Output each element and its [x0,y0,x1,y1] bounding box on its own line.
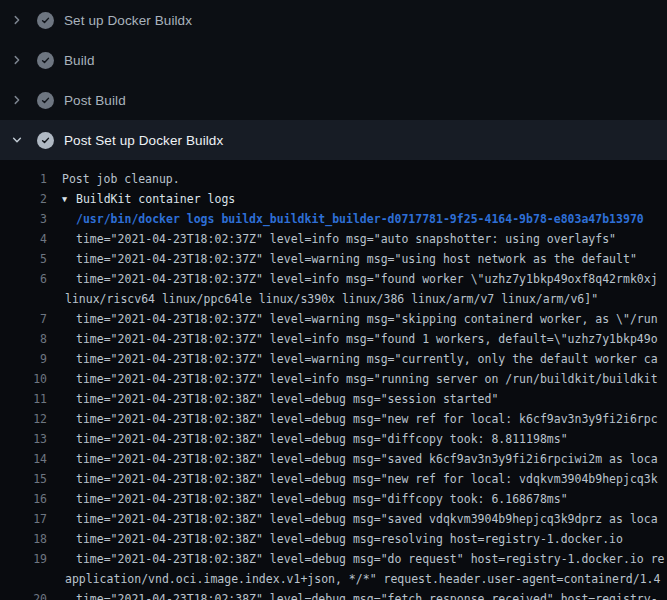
line-number[interactable]: 12 [0,409,47,429]
line-number[interactable]: 13 [0,429,47,449]
chevron-right-icon [11,94,23,106]
log-text: time="2021-04-23T18:02:38Z" level=debug … [47,589,667,600]
section-label: Post Set up Docker Buildx [64,133,223,148]
log-line-16: 16time="2021-04-23T18:02:38Z" level=debu… [0,489,667,509]
log-line-13: 13time="2021-04-23T18:02:38Z" level=debu… [0,429,667,449]
line-number[interactable]: 20 [0,589,47,600]
log-group-toggle[interactable]: ▼BuildKit container logs [47,189,667,209]
log-line-5: 5time="2021-04-23T18:02:37Z" level=warni… [0,249,667,269]
log-text: time="2021-04-23T18:02:38Z" level=debug … [47,549,667,569]
log-section-set-up-docker-buildx[interactable]: Set up Docker Buildx [0,0,667,40]
section-label: Post Build [64,93,126,108]
log-line-7: 7time="2021-04-23T18:02:37Z" level=warni… [0,309,667,329]
log-text: time="2021-04-23T18:02:38Z" level=debug … [47,529,667,549]
log-text: time="2021-04-23T18:02:38Z" level=debug … [47,489,667,509]
log-line-15: 15time="2021-04-23T18:02:38Z" level=debu… [0,469,667,489]
line-number[interactable]: 7 [0,309,47,329]
log-section-post-build[interactable]: Post Build [0,80,667,120]
log-text: time="2021-04-23T18:02:37Z" level=warnin… [47,249,667,269]
log-text: time="2021-04-23T18:02:37Z" level=info m… [47,229,667,249]
check-circle-icon [37,12,54,29]
log-section-build[interactable]: Build [0,40,667,80]
line-number[interactable]: 18 [0,529,47,549]
log-section-post-set-up-docker-buildx[interactable]: Post Set up Docker Buildx [0,120,667,160]
expanded-log-area: 1Post job cleanup.2▼BuildKit container l… [0,160,667,600]
log-text: time="2021-04-23T18:02:37Z" level=info m… [47,329,667,349]
log-text: time="2021-04-23T18:02:38Z" level=debug … [47,449,667,469]
log-line-6: 6time="2021-04-23T18:02:37Z" level=info … [0,269,667,289]
log-text: time="2021-04-23T18:02:38Z" level=debug … [47,429,667,449]
section-label: Set up Docker Buildx [64,13,192,28]
line-number[interactable]: 10 [0,369,47,389]
chevron-right-icon [11,14,23,26]
line-number[interactable]: 15 [0,469,47,489]
log-text: time="2021-04-23T18:02:37Z" level=info m… [47,369,667,389]
line-number [0,569,47,589]
log-line-9: 9time="2021-04-23T18:02:37Z" level=warni… [0,349,667,369]
line-number[interactable]: 4 [0,229,47,249]
log-line-18: 18time="2021-04-23T18:02:38Z" level=debu… [0,529,667,549]
line-number[interactable]: 8 [0,329,47,349]
log-text: time="2021-04-23T18:02:38Z" level=debug … [47,509,667,529]
section-label: Build [64,53,95,68]
line-number[interactable]: 19 [0,549,47,569]
line-number[interactable]: 3 [0,209,47,229]
line-number[interactable]: 2 [0,189,47,209]
log-line-11: 11time="2021-04-23T18:02:38Z" level=debu… [0,389,667,409]
log-sections-list: Set up Docker BuildxBuildPost BuildPost … [0,0,667,160]
line-number[interactable]: 16 [0,489,47,509]
log-line-3: 3/usr/bin/docker logs buildx_buildkit_bu… [0,209,667,229]
line-number[interactable]: 14 [0,449,47,469]
log-line-8: 8time="2021-04-23T18:02:37Z" level=info … [0,329,667,349]
log-line-14: 14time="2021-04-23T18:02:38Z" level=debu… [0,449,667,469]
log-command-text: /usr/bin/docker logs buildx_buildkit_bui… [47,209,667,229]
log-line-1: 1Post job cleanup. [0,169,667,189]
log-text: time="2021-04-23T18:02:38Z" level=debug … [47,469,667,489]
line-number[interactable]: 1 [0,169,47,189]
log-line-10: 10time="2021-04-23T18:02:37Z" level=info… [0,369,667,389]
log-text: time="2021-04-23T18:02:38Z" level=debug … [47,389,667,409]
workflow-log-viewer: Set up Docker BuildxBuildPost BuildPost … [0,0,667,600]
log-text: application/vnd.oci.image.index.v1+json,… [47,569,667,589]
line-number[interactable]: 6 [0,269,47,289]
check-circle-icon [37,132,54,149]
log-line-17: 17time="2021-04-23T18:02:38Z" level=debu… [0,509,667,529]
check-circle-icon [37,52,54,69]
check-circle-icon [37,92,54,109]
log-text: time="2021-04-23T18:02:38Z" level=debug … [47,409,667,429]
log-text: Post job cleanup. [47,169,667,189]
log-line-12: 12time="2021-04-23T18:02:38Z" level=debu… [0,409,667,429]
log-text: time="2021-04-23T18:02:37Z" level=warnin… [47,309,667,329]
line-number[interactable]: 17 [0,509,47,529]
log-text: linux/riscv64 linux/ppc64le linux/s390x … [47,289,667,309]
line-number[interactable]: 5 [0,249,47,269]
log-line-2: 2▼BuildKit container logs [0,189,667,209]
line-number[interactable]: 9 [0,349,47,369]
group-expanded-triangle-icon: ▼ [62,189,76,209]
log-line-4: 4time="2021-04-23T18:02:37Z" level=info … [0,229,667,249]
log-line-continuation: linux/riscv64 linux/ppc64le linux/s390x … [0,289,667,309]
log-line-19: 19time="2021-04-23T18:02:38Z" level=debu… [0,549,667,569]
log-text: time="2021-04-23T18:02:37Z" level=warnin… [47,349,667,369]
log-line-20: 20time="2021-04-23T18:02:38Z" level=debu… [0,589,667,600]
line-number[interactable]: 11 [0,389,47,409]
chevron-right-icon [11,54,23,66]
log-text: time="2021-04-23T18:02:37Z" level=info m… [47,269,667,289]
chevron-down-icon [11,134,23,146]
log-line-continuation: application/vnd.oci.image.index.v1+json,… [0,569,667,589]
log-group-title: BuildKit container logs [76,192,235,206]
line-number [0,289,47,309]
